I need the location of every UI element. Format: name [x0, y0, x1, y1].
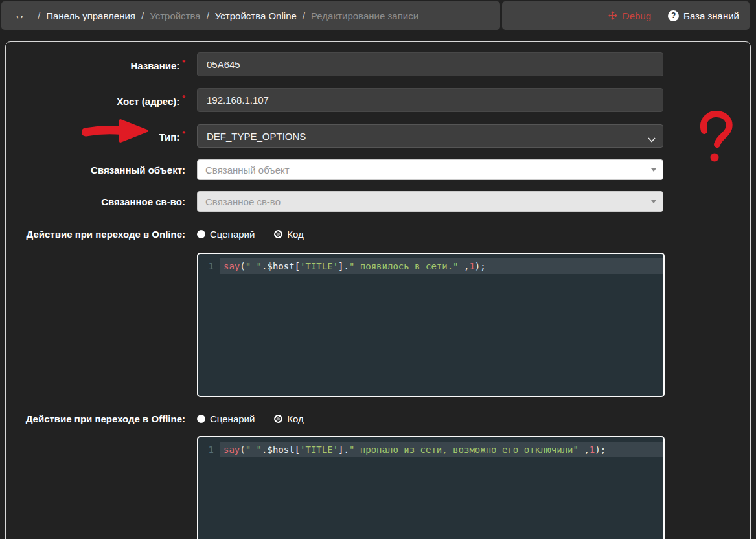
offline-action-radio-group: Сценарий Код — [197, 413, 663, 424]
breadcrumb-devices[interactable]: Устройства — [150, 10, 200, 21]
linked-object-label: Связанный объект: — [6, 165, 185, 176]
line-number: 1 — [198, 258, 220, 274]
radio-icon[interactable] — [197, 415, 205, 423]
host-label: Хост (адрес):* — [6, 94, 185, 107]
radio-icon[interactable] — [274, 415, 282, 423]
question-circle-icon: ? — [668, 10, 679, 21]
online-code-radio[interactable]: Код — [274, 229, 304, 240]
breadcrumb-devices-online[interactable]: Устройства Online — [215, 10, 297, 21]
field-row-linked-object: Связанный объект: Связанный объект — [6, 159, 750, 180]
breadcrumb: ↔ / Панель управления / Устройства / Уст… — [1, 1, 500, 30]
topbar-actions: Debug ? База знаний — [502, 1, 750, 30]
code-line: 1 say(" ".$host['TITLE']." пропало из се… — [198, 442, 663, 457]
radio-icon[interactable] — [274, 230, 282, 238]
move-arrows-icon — [608, 10, 618, 21]
field-row-linked-property: Связанное св-во: Связанное св-во — [6, 191, 750, 212]
online-code-editor[interactable]: 1 say(" ".$host['TITLE']." появилось в с… — [197, 253, 665, 397]
field-row-host: Хост (адрес):* — [6, 88, 750, 112]
code-content[interactable]: say(" ".$host['TITLE']." появилось в сет… — [220, 258, 663, 274]
top-bar: ↔ / Панель управления / Устройства / Уст… — [1, 1, 750, 30]
linked-property-placeholder: Связанное св-во — [205, 196, 281, 207]
linked-property-select[interactable]: Связанное св-во — [197, 191, 663, 212]
required-asterisk: * — [182, 58, 185, 67]
dropdown-triangle-icon — [651, 200, 656, 203]
online-action-label: Действие при переходе в Online: — [6, 229, 185, 240]
type-label: Тип:* — [6, 130, 185, 143]
edit-form-panel: Название:* Хост (адрес):* Тип:* DEF_TYPE… — [5, 41, 751, 539]
breadcrumb-separator: / — [141, 10, 144, 21]
field-row-offline-action: Действие при переходе в Offline: Сценари… — [6, 411, 750, 426]
offline-action-label: Действие при переходе в Offline: — [6, 413, 185, 424]
dropdown-triangle-icon — [651, 168, 656, 172]
knowledge-base-link[interactable]: ? База знаний — [668, 10, 739, 21]
breadcrumb-control-panel[interactable]: Панель управления — [46, 10, 135, 21]
breadcrumb-separator: / — [303, 10, 305, 21]
field-row-online-action: Действие при переходе в Online: Сценарий… — [6, 226, 750, 242]
offline-code-editor[interactable]: 1 say(" ".$host['TITLE']." пропало из се… — [197, 436, 665, 539]
breadcrumb-separator: / — [207, 10, 209, 21]
field-row-name: Название:* — [6, 52, 750, 76]
code-line: 1 say(" ".$host['TITLE']." появилось в с… — [198, 258, 663, 274]
offline-scenario-radio[interactable]: Сценарий — [197, 413, 255, 424]
field-row-type: Тип:* DEF_TYPE_OPTIONS — [6, 124, 750, 148]
required-asterisk: * — [182, 94, 185, 103]
linked-object-placeholder: Связанный объект — [205, 165, 290, 176]
online-action-radio-group: Сценарий Код — [197, 229, 663, 240]
name-label: Название:* — [6, 58, 185, 71]
breadcrumb-edit-record: Редактирование записи — [311, 10, 418, 21]
type-select[interactable]: DEF_TYPE_OPTIONS — [197, 124, 663, 148]
code-content[interactable]: say(" ".$host['TITLE']." пропало из сети… — [220, 442, 663, 457]
chevron-down-icon — [648, 133, 656, 144]
resize-arrows-icon[interactable]: ↔ — [14, 9, 25, 22]
device-edit-page: { "topbar": { "home_icon": "↔", "separat… — [0, 0, 756, 539]
host-input[interactable] — [197, 88, 663, 112]
type-select-value: DEF_TYPE_OPTIONS — [207, 131, 306, 142]
online-scenario-radio[interactable]: Сценарий — [197, 229, 255, 240]
knowledge-base-label: База знаний — [683, 10, 739, 21]
required-asterisk: * — [182, 130, 185, 139]
radio-icon[interactable] — [197, 230, 205, 238]
name-input[interactable] — [197, 52, 663, 76]
offline-code-radio[interactable]: Код — [274, 413, 304, 424]
linked-property-label: Связанное св-во: — [6, 196, 185, 207]
debug-link[interactable]: Debug — [608, 10, 651, 21]
debug-label: Debug — [623, 10, 651, 21]
linked-object-select[interactable]: Связанный объект — [197, 159, 663, 180]
breadcrumb-separator: / — [38, 10, 40, 21]
line-number: 1 — [198, 442, 220, 457]
